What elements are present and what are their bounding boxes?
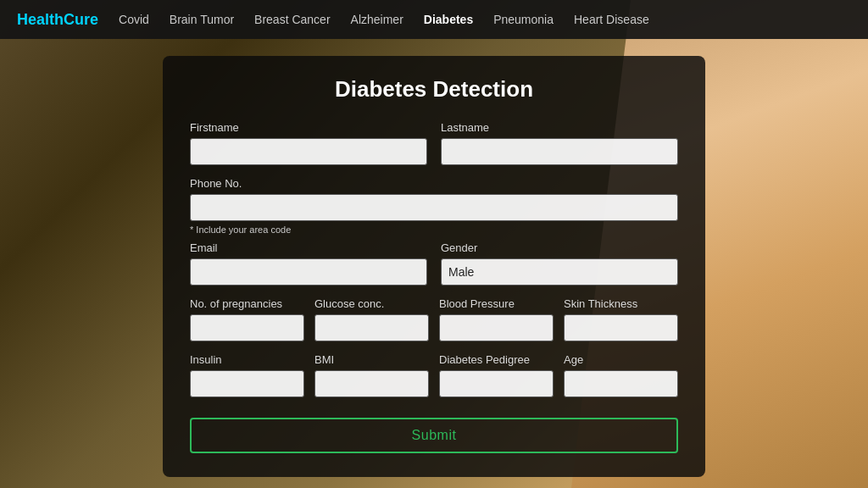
phone-label: Phone No. — [190, 177, 678, 190]
brand[interactable]: HealthCure — [17, 11, 98, 29]
email-group: Email — [190, 241, 427, 286]
navbar: HealthCure Covid Brain Tumor Breast Canc… — [0, 0, 868, 39]
bmi-input[interactable] — [314, 370, 429, 397]
nav-diabetes[interactable]: Diabetes — [424, 13, 473, 26]
lastname-input[interactable] — [441, 138, 678, 165]
firstname-input[interactable] — [190, 138, 427, 165]
phone-input[interactable] — [190, 194, 678, 221]
glucose-label: Glucose conc. — [314, 297, 429, 310]
submit-button[interactable]: Submit — [190, 418, 678, 453]
pedigree-group: Diabetes Pedigree — [439, 353, 554, 397]
email-label: Email — [190, 241, 427, 254]
age-group: Age — [564, 353, 678, 397]
glucose-group: Glucose conc. — [314, 297, 429, 341]
age-label: Age — [564, 353, 678, 366]
bp-label: Blood Pressure — [439, 297, 554, 310]
medical-row-2: Insulin BMI Diabetes Pedigree Age — [190, 353, 678, 397]
pregnancies-input[interactable] — [190, 314, 304, 341]
insulin-group: Insulin — [190, 353, 304, 397]
glucose-input[interactable] — [314, 314, 429, 341]
nav-alzheimer[interactable]: Alzheimer — [351, 13, 403, 26]
name-row: Firstname Lastname — [190, 121, 678, 165]
medical-row-1: No. of pregnancies Glucose conc. Blood P… — [190, 297, 678, 341]
firstname-label: Firstname — [190, 121, 427, 134]
nav-heart-disease[interactable]: Heart Disease — [574, 13, 649, 26]
age-input[interactable] — [564, 370, 678, 397]
insulin-input[interactable] — [190, 370, 304, 397]
email-input[interactable] — [190, 258, 427, 286]
gender-label: Gender — [441, 241, 678, 254]
skin-group: Skin Thickness — [564, 297, 678, 341]
nav-brain-tumor[interactable]: Brain Tumor — [170, 13, 234, 26]
bp-input[interactable] — [439, 314, 554, 341]
bmi-label: BMI — [314, 353, 429, 366]
email-gender-row: Email Gender — [190, 241, 678, 286]
nav-covid[interactable]: Covid — [119, 13, 149, 26]
lastname-group: Lastname — [441, 121, 678, 165]
gender-input[interactable] — [441, 258, 678, 286]
bp-group: Blood Pressure — [439, 297, 554, 341]
lastname-label: Lastname — [441, 121, 678, 134]
skin-input[interactable] — [564, 314, 678, 341]
nav-pneumonia[interactable]: Pneumonia — [493, 13, 554, 26]
skin-label: Skin Thickness — [564, 297, 678, 310]
form-card: Diabetes Detection Firstname Lastname Ph… — [163, 56, 705, 477]
insulin-label: Insulin — [190, 353, 304, 366]
main-content: Diabetes Detection Firstname Lastname Ph… — [0, 39, 868, 477]
firstname-group: Firstname — [190, 121, 427, 165]
pregnancies-label: No. of pregnancies — [190, 297, 304, 310]
phone-group: Phone No. — [190, 177, 678, 221]
nav-breast-cancer[interactable]: Breast Cancer — [254, 13, 330, 26]
form-title: Diabetes Detection — [190, 76, 678, 103]
bmi-group: BMI — [314, 353, 429, 397]
pregnancies-group: No. of pregnancies — [190, 297, 304, 341]
gender-group: Gender — [441, 241, 678, 286]
pedigree-input[interactable] — [439, 370, 554, 397]
phone-hint: * Include your area code — [190, 225, 678, 235]
pedigree-label: Diabetes Pedigree — [439, 353, 554, 366]
